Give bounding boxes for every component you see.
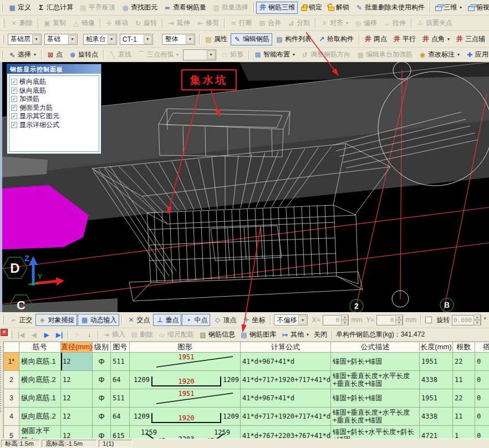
spinner-input[interactable]: 0▲▼ [323, 315, 349, 325]
toolbar-button[interactable]: ⇥插入 [100, 329, 128, 340]
toolbar-button[interactable]: 锁定 [298, 2, 325, 14]
toolbar-button[interactable]: △镜像 [69, 17, 98, 29]
toolbar-button[interactable]: ⇥延伸 [165, 17, 193, 29]
display-option[interactable]: ✓加强筋 [11, 95, 97, 104]
toolbar-button[interactable]: ▨钢筋信息 [197, 329, 237, 340]
figure-number-cell[interactable]: 64 [111, 408, 130, 426]
toolbar-dropdown-button[interactable]: 三维▾ [432, 2, 465, 14]
toolbar-button[interactable]: 井三点辅 [453, 33, 488, 45]
toolbar-dropdown-button[interactable]: ⊞智能布置▾ [251, 49, 298, 61]
toolbar-button[interactable]: ▶ [40, 329, 53, 340]
formula-description-cell[interactable]: 锚固+垂直长度+水平长度+垂直长度+锚固 [331, 408, 420, 426]
count-cell[interactable]: 22 [453, 389, 475, 408]
row-number-cell[interactable]: 1* [4, 353, 19, 371]
toolbar-button[interactable]: 井钢筋三维 [256, 2, 298, 14]
steel-grade-cell[interactable]: Φ [93, 426, 111, 439]
toolbar-button[interactable]: ⊕旋转点 [66, 49, 101, 61]
toolbar-button[interactable]: ↻旋转 [131, 17, 160, 29]
toolbar-button[interactable]: ∞查看钢筋量 [161, 2, 209, 14]
toolbar-button[interactable]: ✎编辑钢筋 [231, 33, 272, 45]
length-cell[interactable]: 1951 [420, 353, 453, 371]
rebar-name-cell[interactable]: 侧面水平筋.1 [19, 426, 61, 439]
toolbar-dropdown-button[interactable]: ◉查改标注▾ [416, 49, 462, 61]
calc-formula-cell[interactable]: 41*d+967+41*d [241, 353, 331, 371]
spinner-input[interactable]: 0.000▲▼ [452, 315, 481, 325]
calc-formula-cell[interactable]: 41*d+767+2203+767+41*d [241, 426, 331, 439]
toolbar-button[interactable]: •中点 [182, 314, 210, 326]
count-cell[interactable]: 11 [453, 408, 475, 426]
diameter-cell[interactable]: 12 [61, 371, 93, 389]
toolbar-button[interactable]: ▥批量选择 [210, 2, 251, 14]
横向底筋.2[interactable]: 2 横向底筋.2 12 Φ 64 1209 1920 1209 [4, 371, 489, 389]
steel-grade-cell[interactable]: Φ [93, 389, 111, 408]
toolbar-button[interactable]: ⊠点 [44, 49, 65, 61]
display-option[interactable]: ✓纵向底筋 [11, 86, 97, 95]
toolbar-button[interactable]: ◇顶点 [211, 314, 239, 326]
combo-box[interactable]: 基础层▾ [8, 34, 42, 45]
checkbox-checked-icon[interactable]: ✓ [11, 96, 17, 102]
横向底筋.1[interactable]: 1* 横向底筋.1 12 Φ 511 1951 [4, 353, 489, 371]
spinner-arrows-icon[interactable]: ▲▼ [395, 314, 403, 325]
lap-cell[interactable]: 0 [475, 426, 489, 439]
display-option[interactable]: ✓显示详细公式 [11, 121, 97, 130]
diameter-cell[interactable]: 12 [61, 408, 93, 426]
toolbar-button[interactable]: Σ汇总计算 [34, 2, 76, 14]
figure-number-cell[interactable]: 615 [111, 426, 130, 439]
calc-formula-cell[interactable]: 41*d+717+1920+717+41*d [241, 408, 331, 426]
侧面水平筋.1[interactable]: 5 侧面水平筋.1 12 Φ 615 1259 45 2203 [4, 426, 489, 439]
diameter-cell[interactable]: 12 [61, 389, 93, 408]
shape-diagram-cell[interactable]: 1951 [130, 389, 241, 408]
figure-number-cell[interactable]: 511 [111, 389, 130, 408]
toolbar-dropdown-button[interactable]: 井点角▾ [419, 33, 452, 45]
rebar-name-cell[interactable]: 横向底筋.1 [19, 353, 61, 371]
lap-cell[interactable]: 0 [475, 371, 489, 389]
toolbar-button[interactable]: ✚应用 [463, 49, 489, 61]
toolbar-button[interactable]: ↗拾取构件 [315, 33, 356, 45]
toolbar-button[interactable]: ⊞合并 [256, 17, 284, 29]
combo-box[interactable]: 不偏移▾ [274, 314, 308, 325]
combo-box[interactable]: ▾ [183, 49, 216, 60]
shape-diagram-cell[interactable]: 1951 [130, 353, 241, 371]
checkbox-checked-icon[interactable]: ✓ [11, 113, 17, 119]
toolbar-button[interactable]: ▦编辑承台加强筋 [354, 49, 415, 61]
panel-title[interactable]: 钢筋显示控制面板 [7, 64, 101, 74]
toolbar-button[interactable]: 井两点 [361, 33, 390, 45]
toolbar-dropdown-button[interactable]: ≡对齐▾ [318, 17, 351, 29]
toolbar-dropdown-button[interactable]: ↦其他▾ [279, 329, 311, 340]
纵向底筋.1[interactable]: 3 纵向底筋.1 12 Φ 511 1951 [4, 389, 489, 408]
checkbox-checked-icon[interactable]: ✓ [11, 88, 17, 94]
toolbar-button[interactable]: ⊟删除 [128, 329, 155, 340]
toolbar-button[interactable]: ✎批量删除未使用构件 [353, 2, 427, 14]
display-option[interactable]: ✓横向底筋 [11, 78, 97, 86]
toolbar-dropdown-button[interactable]: 俯视▾ [465, 2, 489, 14]
toolbar-button[interactable]: 井平行 [390, 33, 419, 45]
calc-formula-cell[interactable]: 41*d+717+1920+717+41*d [241, 371, 331, 389]
row-number-cell[interactable]: 2 [4, 371, 19, 389]
lap-cell[interactable]: 0 [475, 353, 489, 371]
diameter-cell[interactable]: 12 [61, 426, 93, 439]
toolbar-button[interactable]: ↑ [70, 329, 83, 340]
display-option[interactable]: ✓侧面受力筋 [11, 104, 97, 113]
toolbar-button[interactable]: ╲直线 [106, 49, 134, 61]
toolbar-button[interactable]: ⊥垂点 [153, 314, 181, 326]
combo-box[interactable]: 桩承台▾ [83, 34, 117, 45]
toolbar-button[interactable]: ≍打断 [227, 17, 255, 29]
count-cell[interactable]: 11 [453, 371, 475, 389]
combo-box[interactable]: CT-1▾ [120, 34, 153, 45]
纵向底筋.2[interactable]: 4 纵向底筋.2 12 Φ 64 1209 1920 1209 [4, 408, 489, 426]
calc-formula-cell[interactable]: 41*d+967+41*d [241, 389, 331, 408]
toolbar-dropdown-button[interactable]: ⌒三点画弧▾ [135, 49, 181, 61]
toolbar-button[interactable]: ✕删除 [7, 17, 35, 29]
diameter-cell[interactable]: 12 [61, 353, 93, 371]
combo-box[interactable]: 基础▾ [44, 34, 78, 45]
formula-description-cell[interactable]: 锚固+斜长+锚固 [331, 389, 420, 408]
steel-grade-cell[interactable]: Φ [93, 408, 111, 426]
row-number-cell[interactable]: 4 [4, 408, 19, 426]
toolbar-button[interactable]: ▤属性 [202, 33, 230, 45]
figure-number-cell[interactable]: 64 [111, 371, 130, 389]
toolbar-button[interactable]: ⌐正交 [7, 314, 35, 326]
toolbar-button[interactable]: ◈对象捕捉 [35, 314, 77, 326]
toolbar-button[interactable]: ◎偏移 [352, 17, 380, 29]
toolbar-button[interactable]: ▭缩尺配筋 [156, 329, 196, 340]
toolbar-button[interactable]: ↺调整钢筋方向 [298, 49, 353, 61]
